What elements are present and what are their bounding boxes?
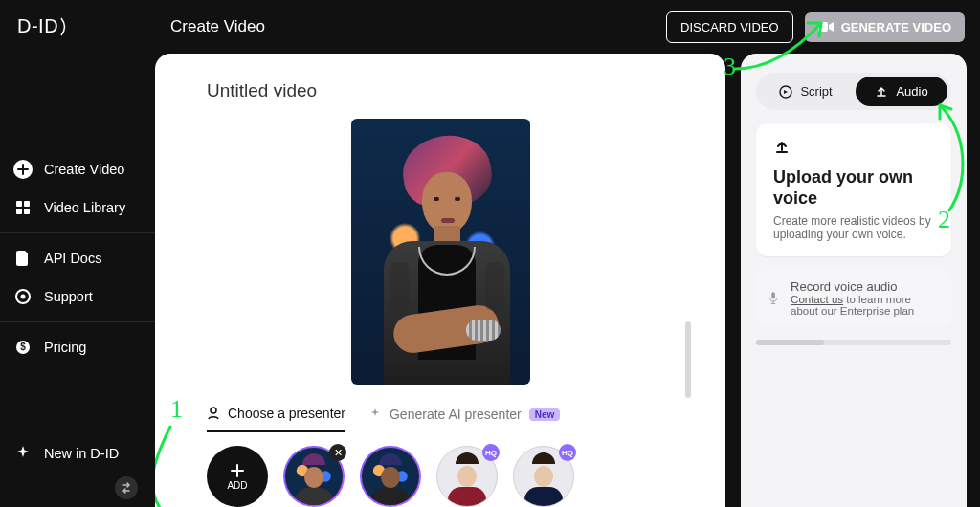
sidebar-item-label: Video Library <box>44 200 125 215</box>
presenter-option[interactable]: HQ <box>436 446 498 507</box>
sidebar-item-label: API Docs <box>44 251 101 266</box>
topbar: Create Video DISCARD VIDEO GENERATE VIDE… <box>155 0 980 54</box>
tab-generate-ai-presenter[interactable]: Generate AI presenter New <box>368 406 560 432</box>
brand-text: D-ID <box>17 15 58 37</box>
add-presenter-button[interactable]: ADD <box>207 446 268 507</box>
svg-rect-8 <box>818 22 828 32</box>
page-title: Create Video <box>170 17 265 36</box>
svg-text:$: $ <box>20 342 26 352</box>
sidebar-nav: Create Video Video Library API Docs Supp… <box>0 150 155 366</box>
tab-label: Script <box>800 84 832 99</box>
discard-video-button[interactable]: DISCARD VIDEO <box>666 11 793 43</box>
sidebar: D-ID Create Video Video Library API Docs <box>0 0 155 507</box>
panel-segmented-tabs: Script Audio <box>756 73 951 110</box>
presenter-carousel: ADD ✕ HQ HQ <box>207 446 674 507</box>
presenter-option-selected[interactable]: ✕ <box>283 446 345 507</box>
sidebar-item-label: Create Video <box>44 162 124 177</box>
svg-rect-2 <box>16 209 22 214</box>
presenter-option[interactable] <box>360 446 421 507</box>
svg-point-9 <box>211 408 216 413</box>
brand-logo: D-ID <box>0 0 155 45</box>
hq-badge: HQ <box>482 444 500 461</box>
new-chip: New <box>529 408 561 421</box>
sidebar-item-label: New in D-ID <box>44 446 119 461</box>
microphone-icon <box>768 287 779 310</box>
upload-icon <box>773 139 791 156</box>
plus-icon <box>230 463 245 478</box>
dollar-icon: $ <box>13 338 33 357</box>
carousel-scrollbar[interactable] <box>685 321 691 398</box>
workspace: Untitled video Choose a presenter Genera… <box>155 54 980 507</box>
sidebar-item-video-library[interactable]: Video Library <box>0 188 155 227</box>
sidebar-item-label: Support <box>44 289 93 304</box>
svg-rect-3 <box>24 209 30 214</box>
sidebar-item-api-docs[interactable]: API Docs <box>0 239 155 277</box>
tab-label: Generate AI presenter <box>390 407 522 422</box>
sparkle-icon <box>13 444 33 463</box>
svg-rect-0 <box>16 201 22 207</box>
sparkle-icon <box>368 408 382 421</box>
contact-us-link[interactable]: Contact us <box>791 294 843 305</box>
person-icon <box>207 407 220 420</box>
remove-presenter-icon[interactable]: ✕ <box>329 444 346 461</box>
lifebuoy-icon <box>13 287 33 306</box>
document-icon <box>13 249 33 268</box>
side-panel: Script Audio Upload your own voice Creat… <box>741 54 967 507</box>
sidebar-item-label: Pricing <box>44 340 86 355</box>
audio-progress <box>756 340 951 345</box>
record-title: Record voice audio <box>791 279 940 294</box>
record-voice-card[interactable]: Record voice audio Contact us to learn m… <box>756 270 951 326</box>
upload-title: Upload your own voice <box>773 167 934 209</box>
svg-rect-12 <box>771 292 775 298</box>
video-title[interactable]: Untitled video <box>207 80 674 101</box>
sidebar-item-support[interactable]: Support <box>0 277 155 316</box>
tab-choose-presenter[interactable]: Choose a presenter <box>207 406 345 432</box>
sidebar-item-new-in-did[interactable]: New in D-ID <box>0 434 155 473</box>
hq-badge: HQ <box>559 444 576 461</box>
brand-bracket-icon <box>60 16 70 37</box>
grid-icon <box>13 198 33 217</box>
svg-point-5 <box>21 295 26 299</box>
sidebar-item-pricing[interactable]: $ Pricing <box>0 328 155 366</box>
presenter-tabs: Choose a presenter Generate AI presenter… <box>207 406 674 432</box>
upload-desc: Create more realistic videos by uploadin… <box>773 214 934 241</box>
main-area: Create Video DISCARD VIDEO GENERATE VIDE… <box>155 0 980 507</box>
upload-icon <box>875 85 888 99</box>
upload-voice-card[interactable]: Upload your own voice Create more realis… <box>756 123 951 256</box>
svg-rect-1 <box>24 201 30 207</box>
tab-label: Choose a presenter <box>228 406 345 421</box>
video-icon <box>818 20 834 33</box>
collapse-sidebar-button[interactable] <box>115 476 138 499</box>
canvas-card: Untitled video Choose a presenter Genera… <box>155 54 725 507</box>
record-text: Record voice audio Contact us to learn m… <box>791 279 940 317</box>
add-label: ADD <box>227 480 247 491</box>
presenter-option[interactable]: HQ <box>513 446 574 507</box>
presenter-preview[interactable] <box>351 119 530 385</box>
sidebar-divider <box>0 232 155 233</box>
button-label: DISCARD VIDEO <box>680 20 779 34</box>
plus-circle-icon <box>13 160 33 179</box>
sidebar-item-create-video[interactable]: Create Video <box>0 150 155 188</box>
sidebar-bottom: New in D-ID <box>0 434 155 507</box>
generate-video-button[interactable]: GENERATE VIDEO <box>805 12 965 42</box>
script-icon <box>779 85 792 99</box>
tab-script[interactable]: Script <box>760 77 852 106</box>
tab-audio[interactable]: Audio <box>856 77 947 106</box>
tab-label: Audio <box>896 84 927 99</box>
arrow-swap-icon <box>121 482 132 494</box>
svg-text:1: 1 <box>170 395 183 423</box>
button-label: GENERATE VIDEO <box>841 20 951 34</box>
sidebar-divider <box>0 321 155 322</box>
